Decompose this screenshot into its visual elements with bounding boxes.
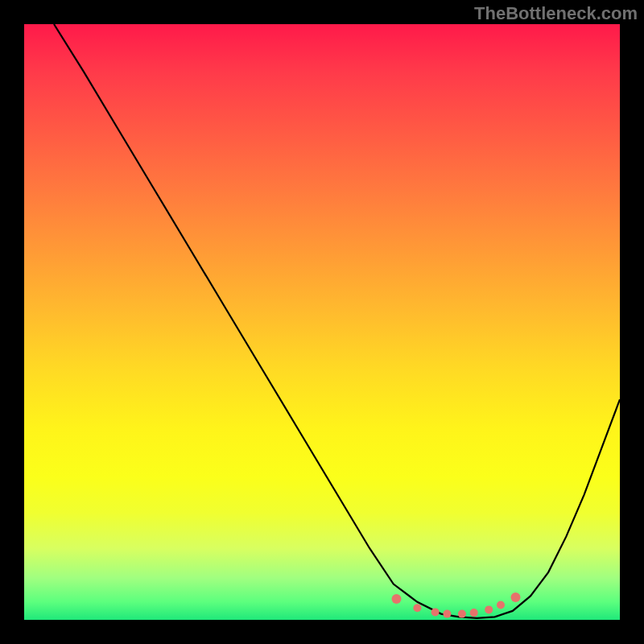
marker-dot — [497, 601, 505, 609]
marker-dot — [392, 594, 402, 604]
marker-dot — [413, 604, 421, 612]
marker-dot — [470, 609, 478, 617]
marker-dot — [458, 610, 466, 618]
marker-dot — [431, 608, 440, 616]
chart-plot-area — [24, 24, 620, 620]
chart-svg — [24, 24, 620, 620]
curve-line — [54, 24, 620, 618]
watermark-text: TheBottleneck.com — [474, 3, 638, 24]
marker-dot — [443, 610, 451, 618]
marker-dot — [485, 605, 493, 613]
marker-dot — [511, 592, 521, 602]
